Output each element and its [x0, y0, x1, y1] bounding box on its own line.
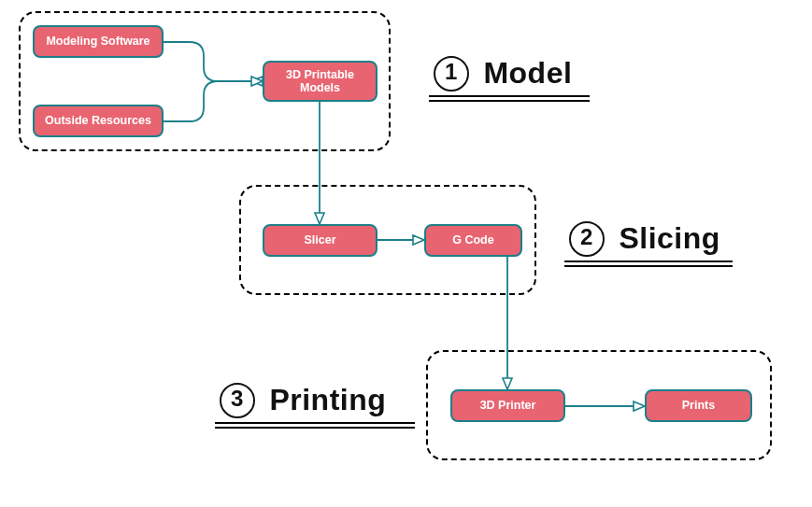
node-printable-models: 3D Printable Models [263, 61, 378, 102]
stage-number: 2 [569, 221, 605, 257]
node-outside-resources: Outside Resources [33, 105, 164, 137]
stage-underline-model [429, 95, 590, 102]
node-prints: Prints [645, 389, 752, 422]
stage-number: 1 [434, 56, 469, 92]
node-gcode: G Code [424, 224, 522, 257]
node-label: 3D Printable Models [270, 68, 370, 95]
node-label: Modeling Software [46, 35, 150, 48]
stage-label-slicing: 2 Slicing [569, 221, 720, 257]
stage-title: Slicing [619, 221, 719, 255]
stage-underline-printing [215, 422, 415, 429]
node-slicer: Slicer [263, 224, 378, 257]
stage-label-printing: 3 Printing [220, 383, 386, 418]
node-label: 3D Printer [480, 399, 536, 412]
node-label: Outside Resources [45, 114, 151, 127]
stage-number: 3 [220, 383, 255, 418]
stage-label-model: 1 Model [434, 56, 572, 92]
node-modeling-software: Modeling Software [33, 25, 164, 58]
node-label: Prints [682, 399, 715, 412]
stage-title: Model [483, 56, 572, 90]
node-label: Slicer [304, 233, 335, 246]
node-label: G Code [452, 233, 493, 246]
stage-title: Printing [269, 383, 386, 416]
node-printer: 3D Printer [450, 389, 565, 422]
stage-underline-slicing [564, 261, 733, 267]
